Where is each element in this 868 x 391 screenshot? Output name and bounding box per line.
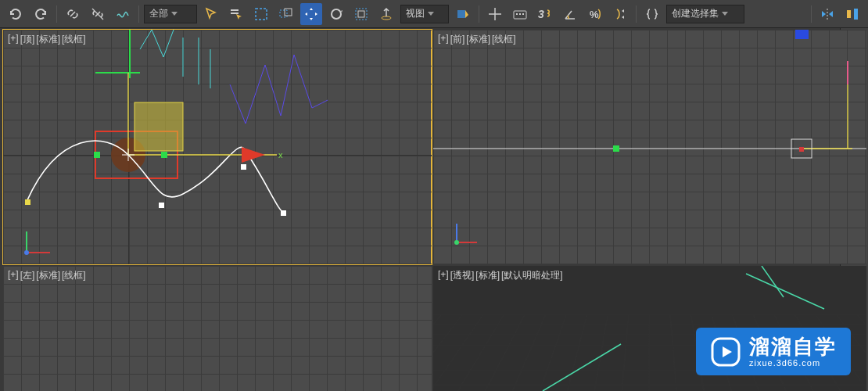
viewport-perspective[interactable]: [+] [透视] [标准] [默认明暗处理] 溜溜自学 zixue.3d66.c… [433, 266, 866, 391]
gizmo-handle[interactable] [161, 152, 167, 158]
angle-snap-icon [562, 6, 578, 22]
viewport-name[interactable]: [左] [20, 269, 35, 282]
window-crossing-button[interactable] [275, 3, 297, 25]
viewport-front[interactable]: [+] [前] [标准] [线框] [433, 30, 866, 264]
viewport-label[interactable]: [+] [左] [标准] [线框] [8, 269, 86, 282]
viewport-menu-toggle[interactable]: [+] [8, 33, 19, 46]
viewport-menu-toggle[interactable]: [+] [8, 269, 19, 282]
viewport-name[interactable]: [透视] [450, 269, 475, 282]
spline-vertex [281, 210, 286, 216]
undo-icon [8, 6, 23, 22]
select-and-scale-button[interactable] [350, 3, 372, 25]
gizmo-handle[interactable] [94, 152, 100, 158]
mirror-button[interactable] [816, 3, 838, 25]
svg-text:%: % [590, 9, 599, 20]
svg-rect-16 [847, 10, 851, 18]
snap-toggle-button[interactable]: 3 [534, 3, 556, 25]
snap-3-icon: 3 [536, 6, 554, 22]
select-and-manipulate-button[interactable] [484, 3, 506, 25]
scene-object-line [543, 344, 621, 391]
main-toolbar: 全部 视图 3 % [0, 0, 868, 28]
link-icon [65, 6, 81, 22]
caret-down-icon [428, 12, 434, 16]
bind-to-spacewarp-button[interactable] [112, 3, 134, 25]
percent-snap-button[interactable]: % [584, 3, 606, 25]
marquee-icon [253, 6, 269, 22]
spline-vertex [159, 203, 164, 208]
watermark-badge: 溜溜自学 zixue.3d66.com [696, 328, 851, 375]
spinner-snap-icon [612, 6, 628, 22]
select-and-rotate-button[interactable] [325, 3, 347, 25]
keyboard-icon [512, 6, 528, 22]
cursor-icon [203, 6, 219, 22]
align-icon [845, 6, 860, 22]
scene-object-marker [799, 147, 804, 152]
caret-down-icon [722, 12, 728, 16]
viewport-name[interactable]: [前] [450, 33, 465, 46]
select-and-place-button[interactable] [375, 3, 397, 25]
viewport-menu-toggle[interactable]: [+] [438, 269, 449, 282]
viewport-left[interactable]: [+] [左] [标准] [线框] [3, 266, 432, 391]
scale-icon [353, 6, 369, 22]
viewport-shading[interactable]: [标准] [36, 269, 60, 282]
spline-vertex [25, 199, 30, 205]
watermark-url: zixue.3d66.com [749, 358, 837, 368]
named-selection-set-label: 创建选择集 [672, 7, 719, 20]
select-object-button[interactable] [200, 3, 222, 25]
viewport-label[interactable]: [+] [顶] [标准] [线框] [8, 33, 86, 46]
toolbar-separator [479, 5, 479, 23]
svg-text:3: 3 [538, 8, 544, 20]
svg-rect-3 [280, 10, 287, 17]
svg-point-8 [382, 16, 391, 20]
select-by-name-button[interactable] [225, 3, 247, 25]
select-and-move-button[interactable] [300, 3, 322, 25]
viewport-label[interactable]: [+] [前] [标准] [线框] [438, 33, 516, 46]
toolbar-separator [636, 5, 637, 23]
viewport-name[interactable]: [顶] [20, 33, 35, 46]
named-selection-set-dropdown[interactable]: 创建选择集 [666, 5, 744, 23]
pivot-icon [455, 6, 471, 22]
named-selection-sets-open-button[interactable] [641, 3, 663, 25]
scene-overlay: x [3, 30, 432, 264]
move-icon [303, 6, 319, 22]
viewport-label[interactable]: [+] [透视] [标准] [默认明暗处理] [438, 269, 563, 282]
spinner-snap-button[interactable] [609, 3, 631, 25]
svg-rect-17 [854, 9, 858, 20]
scene-object-line [746, 274, 824, 309]
gizmo-x-label: x [278, 150, 283, 160]
redo-button[interactable] [30, 3, 52, 25]
viewport-mode[interactable]: [线框] [62, 269, 86, 282]
reference-coord-dropdown[interactable]: 视图 [400, 5, 449, 23]
svg-rect-9 [457, 10, 465, 18]
link-button[interactable] [62, 3, 84, 25]
world-axis-gizmo [454, 224, 477, 245]
svg-rect-0 [231, 9, 239, 11]
viewport-shading[interactable]: [标准] [36, 33, 60, 46]
use-pivot-center-button[interactable] [452, 3, 474, 25]
viewport-shading[interactable]: [标准] [466, 33, 490, 46]
svg-rect-13 [522, 13, 524, 15]
scene-object-polyline [230, 55, 328, 124]
viewport-mode[interactable]: [线框] [62, 33, 86, 46]
svg-rect-4 [285, 9, 292, 16]
align-button[interactable] [841, 3, 863, 25]
selection-filter-dropdown[interactable]: 全部 [144, 5, 197, 23]
selection-filter-label: 全部 [149, 7, 168, 20]
viewport-menu-toggle[interactable]: [+] [438, 33, 449, 46]
undo-button[interactable] [5, 3, 27, 25]
rectangular-selection-button[interactable] [250, 3, 272, 25]
svg-point-5 [332, 9, 341, 19]
unlink-button[interactable] [87, 3, 109, 25]
svg-point-21 [24, 250, 29, 255]
viewport-shading[interactable]: [标准] [475, 269, 500, 282]
svg-rect-7 [358, 11, 364, 17]
viewport-top[interactable]: [+] [顶] [标准] [线框] [3, 30, 432, 264]
keyboard-shortcut-override-button[interactable] [509, 3, 531, 25]
angle-snap-button[interactable] [559, 3, 581, 25]
viewport-mode[interactable]: [默认明暗处理] [501, 269, 563, 282]
toolbar-separator [56, 5, 57, 23]
svg-rect-2 [256, 9, 267, 20]
scene-object-marker [613, 145, 619, 152]
viewport-mode[interactable]: [线框] [492, 33, 516, 46]
watermark-title: 溜溜自学 [749, 335, 837, 358]
